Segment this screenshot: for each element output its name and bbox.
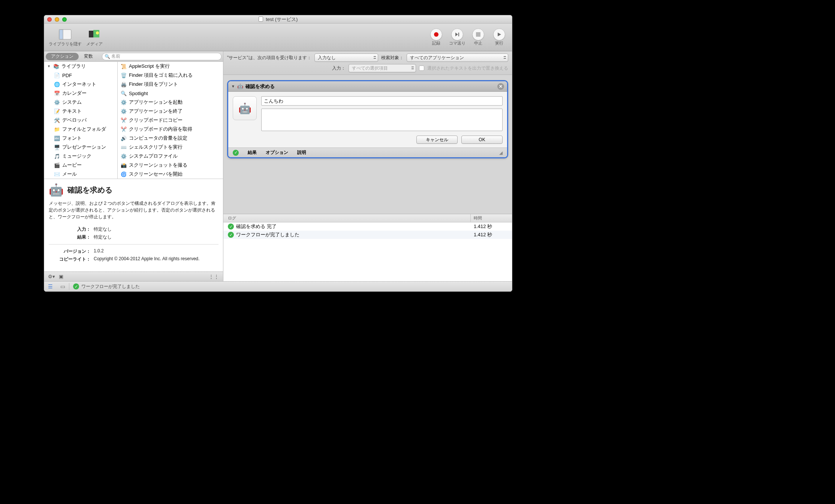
service-receives-popup[interactable]: 入力なし [314,54,378,62]
list-view-icon[interactable]: ☰ [48,283,53,289]
action-item[interactable]: ✂️クリップボードの内容を取得 [118,125,223,134]
close-button[interactable] [47,17,52,22]
action-label: Finder 項目をプリント [129,81,178,88]
category-item[interactable]: 📁ファイルとフォルダ [44,125,117,134]
log-header-time[interactable]: 時間 [471,214,512,222]
action-item[interactable]: ⚙️アプリケーションを起動 [118,98,223,107]
action-label: Spotlight [129,91,148,96]
cancel-button[interactable]: キャンセル [416,136,458,144]
meta-value: 特定なし [94,226,218,233]
action-card-ask-confirm: ▼ 🤖 確認を求める ✕ 🤖 キャンセル OK [227,80,508,158]
category-icon: 📄 [54,73,60,78]
category-item[interactable]: 🖥️プレゼンテーション [44,143,117,152]
category-item[interactable]: 📅カレンダー [44,89,117,98]
toolbar-left: ライブラリを隠す メディア [49,28,103,47]
svg-rect-1 [59,30,63,39]
action-label: システムプロファイル [129,153,178,160]
toolbar-stop[interactable]: 中止 [470,28,486,46]
action-icon: ✂️ [121,127,127,132]
tab-actions[interactable]: アクション [46,53,79,60]
disclosure-triangle-icon[interactable]: ▼ [47,64,51,68]
gear-icon[interactable]: ⚙︎▾ [48,274,55,279]
tab-results[interactable]: 結果 [248,149,257,156]
toolbar-run[interactable]: 実行 [491,28,507,46]
action-item[interactable]: 📸スクリーンショットを撮る [118,161,223,170]
action-item[interactable]: ✂️クリップボードにコピー [118,116,223,125]
grip-icon[interactable]: ⋮⋮ [209,274,219,279]
log-row[interactable]: ✓確認を求める 完了1.412 秒 [223,222,512,231]
toolbar-step[interactable]: コマ送り [449,28,465,46]
action-label: Finder 項目をゴミ箱に入れる [129,72,193,79]
category-item[interactable]: 🎬ムービー [44,161,117,170]
toolbar-label: 実行 [495,40,503,46]
tab-options[interactable]: オプション [266,149,288,156]
category-list[interactable]: ▼ 📚 ライブラリ 📄PDF🌐インターネット📅カレンダー⚙️システム📝テキスト🛠… [44,62,118,179]
svg-marker-5 [455,33,458,36]
disclosure-triangle-icon[interactable]: ▼ [231,84,235,88]
category-item[interactable]: 🎵ミュージック [44,152,117,161]
check-icon: ✓ [228,232,234,238]
category-item[interactable]: ✉️メール [44,170,117,179]
action-icon: 📜 [121,64,127,69]
action-label: スクリーンセーバを開始 [129,171,183,177]
category-label: システム [62,99,82,106]
action-item[interactable]: 🗑️Finder 項目をゴミ箱に入れる [118,71,223,80]
action-icon: 🔍 [121,91,127,96]
automator-robot-icon: 🤖 [237,84,243,89]
meta-value: 1.0.2 [94,248,218,255]
library-icon [58,28,72,41]
action-item[interactable]: 🔍Spotlight [118,89,223,98]
main-area: アクション 変数 🔍 名前 ▼ 📚 ライブラリ 📄PDF🌐インターネット📅カレン… [44,51,512,282]
titlebar: test (サービス) [44,15,512,24]
library-panel: アクション 変数 🔍 名前 ▼ 📚 ライブラリ 📄PDF🌐インターネット📅カレン… [44,51,223,281]
tab-description[interactable]: 説明 [297,149,306,156]
log-row[interactable]: ✓ワークフローが完了しました1.412 秒 [223,231,512,239]
category-item[interactable]: 🔤フォント [44,134,117,143]
search-input[interactable]: 🔍 名前 [102,53,221,60]
action-item[interactable]: 🔊コンピュータの音量を設定 [118,134,223,143]
library-root-label: ライブラリ [61,63,86,70]
category-item[interactable]: 🛠️デベロッパ [44,116,117,125]
category-icon: 🛠️ [54,118,60,123]
tab-variables[interactable]: 変数 [79,53,98,60]
flow-view-icon[interactable]: ▭ [60,283,65,289]
resize-grip-icon[interactable]: ◢ [499,150,503,155]
category-label: プレゼンテーション [62,144,106,151]
toolbar-hide-library[interactable]: ライブラリを隠す [49,28,82,47]
actions-list[interactable]: 📜AppleScript を実行🗑️Finder 項目をゴミ箱に入れる🖨️Fin… [118,62,223,179]
action-item[interactable]: 🌀スクリーンセーバを開始 [118,170,223,179]
message-input[interactable] [261,96,503,106]
toolbar-record[interactable]: 記録 [428,28,444,46]
action-item[interactable]: ⌨️シェルスクリプトを実行 [118,143,223,152]
category-item[interactable]: 📝テキスト [44,107,117,116]
search-icon: 🔍 [105,54,110,59]
library-root[interactable]: ▼ 📚 ライブラリ [44,62,117,71]
log-header-message[interactable]: ログ [223,214,471,222]
category-item[interactable]: 🌐インターネット [44,80,117,89]
description-input[interactable] [261,109,503,131]
category-icon: 📅 [54,91,60,96]
window: test (サービス) ライブラリを隠す メディア 記録 [44,15,512,292]
action-icon: ⚙️ [121,100,127,105]
collapse-icon[interactable]: ▣ [59,274,63,279]
workflow-workspace[interactable]: ▼ 🤖 確認を求める ✕ 🤖 キャンセル OK [223,75,512,214]
action-remove-button[interactable]: ✕ [497,83,504,90]
zoom-button[interactable] [62,17,67,22]
action-item[interactable]: 🖨️Finder 項目をプリント [118,80,223,89]
minimize-button[interactable] [55,17,59,22]
category-label: フォント [62,135,82,142]
description-body: メッセージ、説明、および 2 つのボタンで構成されるダイアログを表示します。肯定… [49,200,218,220]
toolbar-media[interactable]: メディア [86,28,103,47]
service-search-popup[interactable]: すべてのアプリケーション [407,54,508,62]
action-item[interactable]: ⚙️システムプロファイル [118,152,223,161]
check-icon: ✓ [233,150,239,156]
library-footer: ⚙︎▾ ▣ ⋮⋮ [44,271,223,281]
category-item[interactable]: ⚙️システム [44,98,117,107]
action-item[interactable]: ⚙️アプリケーションを終了 [118,107,223,116]
category-item[interactable]: 📄PDF [44,71,117,80]
traffic-lights [47,17,67,22]
action-card-header[interactable]: ▼ 🤖 確認を求める ✕ [228,81,507,92]
action-item[interactable]: 📜AppleScript を実行 [118,62,223,71]
ok-button[interactable]: OK [461,136,503,144]
window-title-text: test (サービス) [266,16,298,22]
